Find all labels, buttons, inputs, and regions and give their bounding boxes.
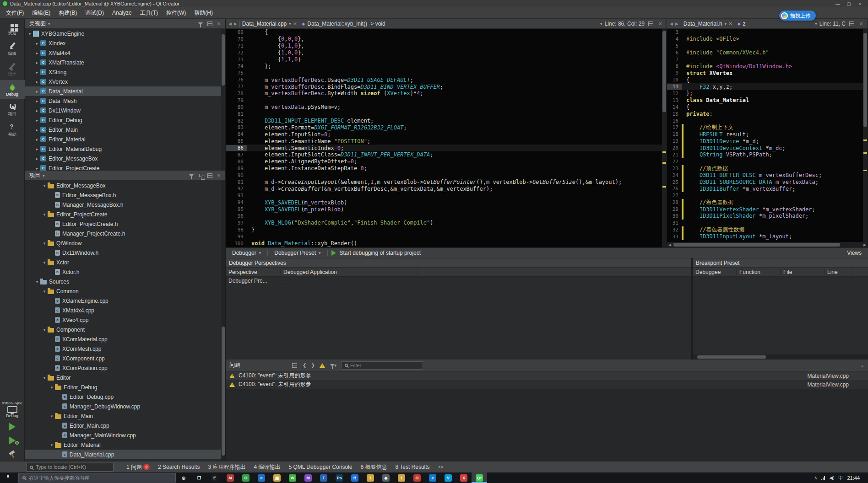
- expand-arrow-icon[interactable]: ▸: [34, 108, 40, 113]
- project-item[interactable]: cData_Material.cpp: [25, 450, 225, 459]
- taskbar-app-file-explorer[interactable]: ▣: [269, 472, 285, 483]
- code-line[interactable]: 13class Data_Material: [667, 97, 868, 104]
- code-line[interactable]: 32 //着色器属性数据: [667, 226, 868, 233]
- menu-item[interactable]: 文件(F): [2, 8, 28, 18]
- classview-item[interactable]: ▸CEditor_MaterialDebug: [25, 144, 225, 154]
- classview-combo[interactable]: 类视图 ▾: [27, 19, 52, 28]
- expand-arrow-icon[interactable]: ▸: [34, 166, 40, 171]
- split-editor-button[interactable]: [647, 20, 654, 27]
- start-debug-icon[interactable]: [331, 250, 336, 256]
- project-item[interactable]: ▾Editor: [25, 373, 225, 382]
- project-item[interactable]: cEditor_Debug.cpp: [25, 392, 225, 402]
- code-line[interactable]: 7: [667, 56, 868, 63]
- projects-scrollbar[interactable]: [221, 181, 225, 461]
- code-line[interactable]: 98}: [226, 226, 667, 233]
- expand-arrow-icon[interactable]: ▾: [49, 385, 55, 390]
- column-header[interactable]: Function: [737, 269, 781, 275]
- code-line[interactable]: 75: [226, 70, 667, 76]
- project-item[interactable]: cXMat4x4.cpp: [25, 306, 225, 315]
- ime-indicator[interactable]: 中: [838, 475, 843, 481]
- expand-arrow-icon[interactable]: ▸: [34, 118, 40, 123]
- back-icon[interactable]: ◀: [228, 21, 232, 26]
- show-warnings-toggle[interactable]: [320, 363, 325, 368]
- menu-item[interactable]: 构建(B): [54, 8, 81, 18]
- expand-arrow-icon[interactable]: ▾: [41, 183, 48, 188]
- column-header[interactable]: Line: [825, 269, 852, 275]
- code-line[interactable]: 31: [667, 220, 868, 226]
- next-issue-button[interactable]: ❯: [311, 363, 315, 368]
- code-line[interactable]: 74 };: [226, 63, 667, 70]
- taskbar-app-app-green-o[interactable]: O: [238, 472, 254, 483]
- sync-with-editor-button[interactable]: [197, 172, 204, 179]
- taskbar-app-app-blue-t[interactable]: T: [316, 472, 331, 483]
- document-dropdown-icon[interactable]: ▾: [289, 21, 291, 26]
- code-line[interactable]: 70 {0,0,0},: [226, 36, 667, 43]
- expand-arrow-icon[interactable]: ▾: [41, 327, 48, 332]
- code-line[interactable]: 71 {0,1,0},: [226, 43, 667, 49]
- project-item[interactable]: hEditor_ProjectCreate.h: [25, 219, 225, 229]
- code-line[interactable]: 80 m_vertexData.pSysMem=v;: [226, 104, 667, 111]
- debug-run-button[interactable]: [0, 434, 25, 447]
- code-line[interactable]: 23 //顶点数据: [667, 165, 868, 172]
- code-line[interactable]: 90: [226, 172, 667, 179]
- output-pane-button[interactable]: 4 编译输出: [250, 462, 284, 472]
- project-item[interactable]: ▾Component: [25, 325, 225, 334]
- classview-item[interactable]: ▸CEditor_ProjectCreate: [25, 163, 225, 171]
- issues-filter-input[interactable]: [350, 363, 420, 368]
- breakpoints-hscrollbar[interactable]: [693, 354, 868, 360]
- menu-item[interactable]: 工具(T): [136, 8, 162, 18]
- taskbar-app-vscode[interactable]: V: [440, 472, 456, 483]
- project-item[interactable]: hXctor.h: [25, 267, 225, 277]
- taskbar-app-edge[interactable]: e: [425, 472, 440, 483]
- previous-issue-button[interactable]: ❮: [303, 363, 306, 368]
- filter-button[interactable]: [197, 20, 204, 27]
- expand-arrow-icon[interactable]: ▸: [34, 128, 40, 132]
- code-line[interactable]: 79: [226, 97, 667, 104]
- views-button[interactable]: Views: [844, 249, 864, 257]
- code-line[interactable]: 12};: [667, 90, 868, 97]
- start-debug-label[interactable]: Start debugging of startup project: [340, 250, 421, 256]
- expand-arrow-icon[interactable]: ▸: [34, 137, 40, 142]
- mode-wrench[interactable]: 项目: [0, 99, 25, 120]
- column-header[interactable]: Perspective: [226, 269, 281, 275]
- expand-arrow-icon[interactable]: ▾: [41, 376, 48, 380]
- split-panel-button[interactable]: [206, 20, 213, 27]
- issue-row[interactable]: C4100: "event": 未引用的形参MaterialView.cpp: [226, 371, 868, 380]
- code-line[interactable]: 20 ID3D11DeviceContext *m_dc;: [667, 145, 868, 151]
- code-line[interactable]: 17 //绘制上下文: [667, 124, 868, 131]
- taskbar-app-epic-games[interactable]: E: [207, 472, 222, 483]
- close-split-button[interactable]: ×: [857, 20, 865, 27]
- close-split-button[interactable]: ×: [656, 20, 664, 27]
- classview-item[interactable]: ▸CXVertex: [25, 77, 225, 86]
- menu-item[interactable]: 帮助(H): [190, 8, 217, 18]
- drag-upload-overlay[interactable]: 拖拽上传: [779, 11, 816, 21]
- taskbar-app-wechat[interactable]: W: [285, 472, 300, 483]
- code-line[interactable]: 10{: [667, 76, 868, 83]
- column-header[interactable]: Debugged Application: [281, 269, 418, 275]
- code-line[interactable]: 78 m_vertexBufferDesc.ByteWidth=sizeof (…: [226, 90, 667, 97]
- forward-icon[interactable]: ▶: [675, 21, 678, 26]
- code-line[interactable]: 86 element.SemanticIndex=0;: [226, 145, 667, 151]
- taskbar-app-task-view[interactable]: ❐: [191, 472, 207, 483]
- project-item[interactable]: cManager_DebugWidnow.cpp: [25, 402, 225, 411]
- volume-icon[interactable]: ◀): [829, 475, 834, 480]
- project-item[interactable]: cXComMesh.cpp: [25, 344, 225, 354]
- classview-item[interactable]: ▾XYBGameEngine: [25, 29, 225, 38]
- code-line[interactable]: 9struct XVertex: [667, 70, 868, 76]
- output-pane-button[interactable]: 1 问题2: [123, 462, 153, 472]
- mode-pencil[interactable]: 编辑: [0, 39, 25, 59]
- close-panel-button[interactable]: ×: [215, 172, 222, 179]
- filter-button[interactable]: [188, 172, 195, 179]
- code-line[interactable]: 5: [667, 43, 868, 49]
- code-line[interactable]: 84 element.InputSlot=0;: [226, 131, 667, 138]
- output-pane-button[interactable]: 3 应用程序输出: [204, 462, 249, 472]
- code-line[interactable]: 6#include "Common/XVec4.h": [667, 49, 868, 56]
- symbol-selector[interactable]: ◆ Data_Material::xyb_Init() -> void ▾: [302, 21, 602, 27]
- maximize-button[interactable]: ▢: [843, 1, 854, 6]
- projects-combo[interactable]: 项目 ▾: [27, 171, 47, 180]
- code-line[interactable]: 97 XYB_MLOG("DxShaderComplie","Finish Sh…: [226, 220, 667, 226]
- taskbar-app-app-gold-2[interactable]: 1: [394, 472, 409, 483]
- project-item[interactable]: ▾Editor_Material: [25, 440, 225, 450]
- project-item[interactable]: ▾Xctor: [25, 258, 225, 267]
- taskbar-clock[interactable]: 21:44: [847, 475, 860, 481]
